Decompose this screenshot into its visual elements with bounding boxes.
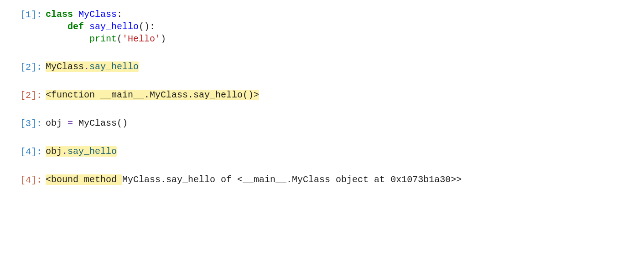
parens: (): [139, 21, 155, 32]
prompt-in-2: [2]: [15, 61, 42, 73]
keyword-class: class [46, 9, 73, 20]
output-area-4[interactable]: <bound method MyClass.say_hello of <__ma… [42, 173, 462, 186]
indent [46, 34, 89, 44]
prompt-in-1: [1]: [15, 8, 42, 21]
indent [46, 21, 68, 32]
output-rest: MyClass.say_hello of <__main__.MyClass o… [122, 174, 462, 185]
dot-operator: . [62, 146, 68, 157]
code-area-4[interactable]: obj.say_hello [42, 145, 117, 158]
colon: : [117, 9, 122, 20]
cell-2-output: [2]: <function __main__.MyClass.say_hell… [0, 89, 644, 102]
lhs: obj [46, 118, 68, 128]
highlight: MyClass.say_hello [46, 61, 139, 72]
prompt-in-3: [3]: [15, 117, 42, 130]
cell-1-input: [1]: class MyClass: def say_hello(): pri… [0, 8, 644, 45]
code-area-1[interactable]: class MyClass: def say_hello(): print('H… [42, 8, 166, 45]
builtin-print: print [89, 34, 117, 44]
highlight: obj.say_hello [46, 146, 117, 157]
attr-name: say_hello [68, 146, 117, 157]
prompt-in-4: [4]: [15, 145, 42, 158]
func-name: say_hello [89, 21, 139, 32]
paren-close: ) [161, 34, 166, 44]
cell-3-input: [3]: obj = MyClass() [0, 117, 644, 130]
attr-name: say_hello [89, 61, 139, 72]
cell-2-input: [2]: MyClass.say_hello [0, 61, 644, 73]
highlight: <bound method [46, 174, 122, 185]
output-area-2[interactable]: <function __main__.MyClass.say_hello()> [42, 89, 259, 101]
cell-4-input: [4]: obj.say_hello [0, 145, 644, 158]
expr-object: MyClass [46, 61, 84, 72]
keyword-def: def [68, 21, 84, 32]
cell-4-output: [4]: <bound method MyClass.say_hello of … [0, 173, 644, 186]
equals-operator: = [68, 118, 73, 128]
dot-operator: . [84, 61, 89, 72]
paren-open: ( [117, 34, 122, 44]
prompt-out-2: [2]: [15, 89, 42, 102]
highlight: <function __main__.MyClass.say_hello()> [46, 90, 259, 100]
expr-object: obj [46, 146, 62, 157]
class-name: MyClass [78, 9, 117, 20]
code-area-2[interactable]: MyClass.say_hello [42, 61, 139, 73]
string-literal: 'Hello' [122, 34, 161, 44]
rhs: MyClass() [73, 118, 128, 128]
prompt-out-4: [4]: [15, 173, 42, 186]
code-area-3[interactable]: obj = MyClass() [42, 117, 128, 129]
